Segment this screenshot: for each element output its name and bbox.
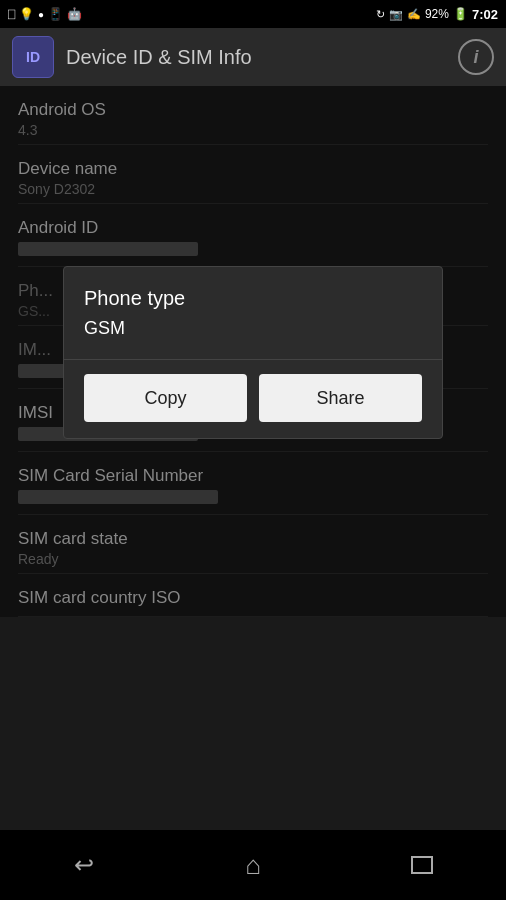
app-bar: ID Device ID & SIM Info i (0, 28, 506, 86)
sim-icon: 📷 (389, 8, 403, 21)
dialog-value: GSM (84, 318, 422, 339)
usb-icon: ⎕ (8, 7, 15, 21)
nav-bar: ↩ ⌂ (0, 830, 506, 900)
main-content: Android OS 4.3 Device name Sony D2302 An… (0, 86, 506, 617)
info-button[interactable]: i (458, 39, 494, 75)
dialog-divider (64, 359, 442, 360)
battery-icon: 🔋 (453, 7, 468, 21)
dialog-buttons: Copy Share (84, 374, 422, 422)
share-button[interactable]: Share (259, 374, 422, 422)
home-button[interactable]: ⌂ (223, 845, 283, 885)
battery-percent: 92% (425, 7, 449, 21)
android-icon: 🤖 (67, 7, 82, 21)
back-icon: ↩ (74, 851, 94, 879)
copy-button[interactable]: Copy (84, 374, 247, 422)
app-icon: ID (12, 36, 54, 78)
recents-button[interactable] (392, 845, 452, 885)
info-icon: i (473, 47, 478, 68)
dialog-overlay: Phone type GSM Copy Share (0, 86, 506, 617)
phone-icon: 📱 (48, 7, 63, 21)
home-icon: ⌂ (245, 850, 261, 881)
app-title: Device ID & SIM Info (66, 46, 446, 69)
circle-icon: ● (38, 9, 44, 20)
clock: 7:02 (472, 7, 498, 22)
signal-bars: ✍ (407, 8, 421, 21)
bulb-icon: 💡 (19, 7, 34, 21)
status-icons-left: ⎕ 💡 ● 📱 🤖 (8, 7, 82, 21)
back-button[interactable]: ↩ (54, 845, 114, 885)
status-bar: ⎕ 💡 ● 📱 🤖 ↻ 📷 ✍ 92% 🔋 7:02 (0, 0, 506, 28)
rotate-icon: ↻ (376, 8, 385, 21)
recents-icon (411, 856, 433, 874)
app-icon-label: ID (26, 49, 40, 65)
status-icons-right: ↻ 📷 ✍ 92% 🔋 7:02 (376, 7, 498, 22)
dialog: Phone type GSM Copy Share (63, 266, 443, 439)
dialog-title: Phone type (84, 287, 422, 310)
